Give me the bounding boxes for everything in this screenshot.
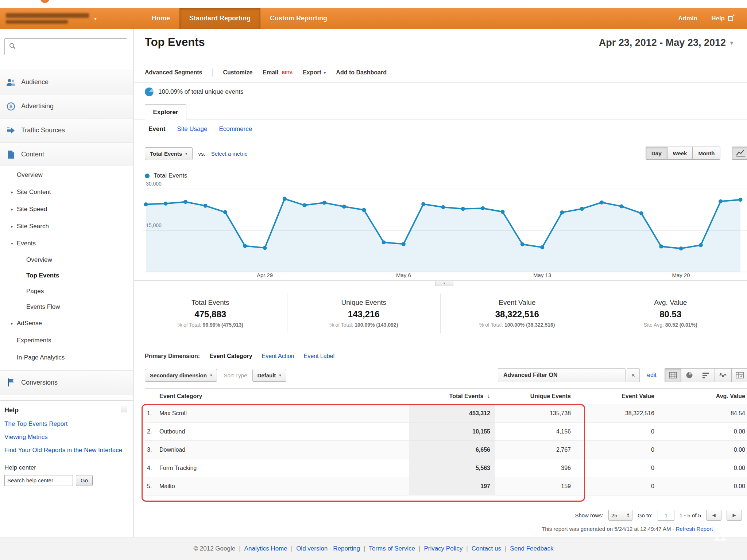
sidebar-item-advertising[interactable]: $ Advertising	[0, 94, 133, 118]
column-header-event-value[interactable]: Event Value	[576, 393, 659, 400]
sidebar-item-adsense[interactable]: ▸AdSense	[0, 315, 133, 332]
expand-arrow-icon[interactable]: ▸	[11, 321, 17, 326]
dimension-event-action[interactable]: Event Action	[262, 353, 294, 359]
row-rank: 2.	[145, 428, 159, 435]
event-category-link[interactable]: Max Scroll	[159, 410, 409, 417]
summary-avg-value: Avg. Value 80.53 Site Avg: 80.52 (0.01%)	[594, 293, 747, 333]
subtab-event[interactable]: Event	[148, 125, 165, 133]
sidebar-item-overview[interactable]: Overview	[0, 166, 133, 183]
percentage-view-icon[interactable]	[681, 368, 698, 382]
footer-link-analytics-home[interactable]: Analytics Home	[244, 545, 287, 552]
table-view-switcher	[665, 368, 747, 382]
sidebar-search-input[interactable]	[4, 38, 127, 55]
column-header-total-events[interactable]: Total Events↓	[409, 393, 495, 400]
tab-custom-reporting[interactable]: Custom Reporting	[260, 8, 337, 29]
metric-controls-row: Total Events ▾ vs. Select a metric Day W…	[145, 147, 747, 160]
pivot-view-icon[interactable]	[732, 368, 747, 382]
tab-home[interactable]: Home	[142, 8, 179, 29]
sidebar-item-content[interactable]: Content	[0, 142, 133, 166]
sidebar-item-audience[interactable]: Audience	[0, 70, 133, 94]
column-header-event-category[interactable]: Event Category	[159, 393, 409, 400]
export-button[interactable]: Export ▾	[303, 69, 326, 76]
column-header-avg-value[interactable]: Avg. Value	[659, 393, 747, 400]
email-button[interactable]: Email BETA	[263, 69, 293, 76]
expand-arrow-icon[interactable]: ▸	[11, 207, 17, 212]
secondary-dimension-button[interactable]: Secondary dimension ▾	[145, 369, 217, 382]
total-events-cell: 197	[409, 477, 495, 495]
performance-view-icon[interactable]	[698, 368, 715, 382]
expand-arrow-icon[interactable]: ▸	[11, 190, 17, 195]
help-link-find-your-old-reports-in-the-new-interface[interactable]: Find Your Old Reports in the New Interfa…	[4, 446, 127, 455]
edit-filter-link[interactable]: edit	[647, 372, 657, 378]
event-category-link[interactable]: Download	[159, 447, 409, 453]
advanced-segments-button[interactable]: Advanced Segments	[145, 69, 202, 76]
event-category-link[interactable]: Form Tracking	[159, 465, 409, 471]
help-search-go-button[interactable]: Go	[76, 475, 93, 486]
advanced-filter-box[interactable]: Advanced Filter ON	[498, 368, 626, 382]
granularity-day-button[interactable]: Day	[646, 147, 667, 160]
x-axis-tick-apr-29: Apr 29	[257, 272, 273, 278]
sidebar-item-label: Advertising	[21, 102, 54, 110]
event-category-link[interactable]: Mailto	[159, 483, 409, 490]
help-search-input[interactable]	[4, 475, 73, 486]
help-link-the-top-events-report[interactable]: The Top Events Report	[4, 420, 127, 428]
sidebar-item-site-content[interactable]: ▸Site Content	[0, 183, 133, 201]
close-filter-icon[interactable]: ×	[627, 368, 640, 382]
footer-link-send-feedback[interactable]: Send Feedback	[510, 545, 553, 552]
add-to-dashboard-button[interactable]: Add to Dashboard	[336, 69, 387, 76]
granularity-month-button[interactable]: Month	[693, 147, 720, 160]
help-link[interactable]: Help	[711, 15, 733, 22]
footer-link-old-version-reporting[interactable]: Old version - Reporting	[296, 545, 360, 552]
sidebar-item-overview[interactable]: Overview	[0, 252, 133, 268]
footer-link-contact-us[interactable]: Contact us	[472, 545, 501, 552]
show-rows-select[interactable]: 25 ▲▼	[608, 510, 632, 521]
dimension-event-label[interactable]: Event Label	[303, 353, 334, 359]
granularity-week-button[interactable]: Week	[667, 147, 693, 160]
admin-link[interactable]: Admin	[678, 15, 697, 22]
prev-page-button[interactable]: ◀	[706, 510, 721, 521]
chart-collapse-tab[interactable]: ▾	[435, 281, 453, 286]
date-range-selector[interactable]: Apr 23, 2012 - May 23, 2012 ▾	[599, 37, 733, 48]
help-panel: Help − The Top Events ReportViewing Metr…	[0, 400, 133, 486]
external-link-icon	[728, 16, 733, 21]
sidebar-item-top-events[interactable]: Top Events	[0, 268, 133, 283]
tab-standard-reporting[interactable]: Standard Reporting	[179, 8, 260, 29]
expand-arrow-icon[interactable]: ▸	[11, 224, 17, 229]
line-chart-view-icon[interactable]	[732, 147, 747, 160]
customize-button[interactable]: Customize	[223, 69, 252, 76]
column-header-unique-events[interactable]: Unique Events	[495, 393, 576, 400]
audience-icon	[6, 78, 16, 86]
footer-link-privacy-policy[interactable]: Privacy Policy	[424, 545, 462, 552]
account-selector[interactable]: ▾	[0, 8, 124, 29]
sidebar-item-experiments[interactable]: Experiments	[0, 332, 133, 349]
collapse-arrow-icon[interactable]: ▾	[11, 241, 17, 246]
dimension-event-category[interactable]: Event Category	[209, 353, 252, 359]
subtab-site-usage[interactable]: Site Usage	[177, 125, 207, 133]
tab-explorer[interactable]: Explorer	[145, 104, 186, 120]
help-collapse-icon[interactable]: −	[121, 406, 127, 412]
refresh-report-link[interactable]: Refresh Report	[676, 526, 713, 532]
sidebar-item-in-page-analytics[interactable]: In-Page Analytics	[0, 349, 133, 366]
x-axis-tick-may-6: May 6	[396, 272, 411, 278]
help-link-viewing-metrics[interactable]: Viewing Metrics	[4, 433, 127, 442]
main-content: Top Events Apr 23, 2012 - May 23, 2012 ▾…	[134, 29, 747, 537]
sort-type-button[interactable]: Default ▾	[252, 369, 286, 382]
sidebar-item-events[interactable]: ▾Events	[0, 235, 133, 252]
goto-page-input[interactable]	[658, 510, 674, 521]
data-table-view-icon[interactable]	[665, 368, 681, 382]
next-page-button[interactable]: ▶	[727, 510, 742, 521]
sidebar-item-site-search[interactable]: ▸Site Search	[0, 218, 133, 235]
account-dropdown-caret-icon[interactable]: ▾	[94, 16, 97, 22]
help-center-link[interactable]: Help center	[4, 464, 127, 471]
sidebar-item-pages[interactable]: Pages	[0, 283, 133, 299]
footer-link-terms-of-service[interactable]: Terms of Service	[369, 545, 415, 552]
sidebar-item-traffic-sources[interactable]: Traffic Sources	[0, 118, 133, 142]
sidebar-item-conversions[interactable]: Conversions	[0, 370, 133, 394]
metric-select-button[interactable]: Total Events ▾	[145, 147, 193, 160]
select-a-metric-link[interactable]: Select a metric	[211, 151, 247, 157]
sidebar-item-events-flow[interactable]: Events Flow	[0, 299, 133, 315]
subtab-ecommerce[interactable]: Ecommerce	[219, 125, 252, 133]
event-category-link[interactable]: Outbound	[159, 428, 409, 435]
sidebar-item-site-speed[interactable]: ▸Site Speed	[0, 201, 133, 218]
comparison-view-icon[interactable]	[715, 368, 732, 382]
